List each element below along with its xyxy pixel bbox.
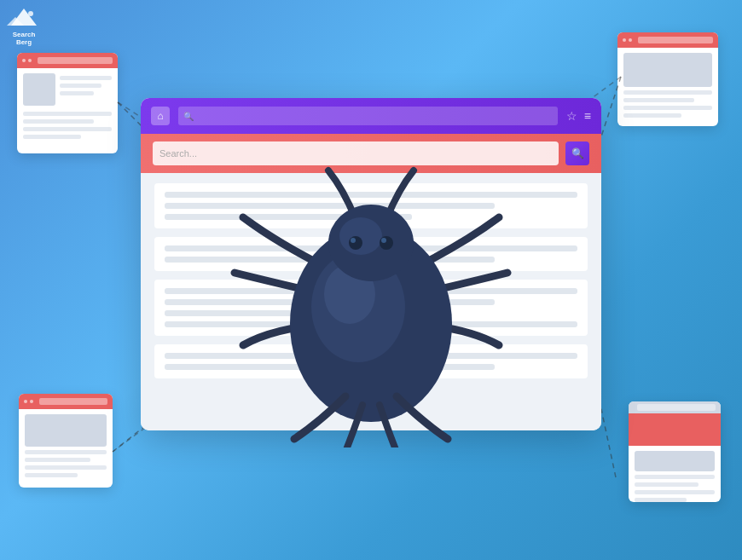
card-body <box>19 409 113 482</box>
card-url-bar <box>637 404 716 411</box>
search-input-field[interactable]: Search... <box>153 141 559 165</box>
content-block-4 <box>154 344 588 378</box>
content-block-2 <box>154 237 588 271</box>
card-dot <box>28 59 32 62</box>
content-line <box>165 353 577 359</box>
card-line <box>60 91 94 95</box>
content-line <box>165 214 412 220</box>
content-line <box>165 245 577 251</box>
card-line <box>623 113 681 118</box>
card-dot <box>24 400 27 403</box>
card-dot <box>623 38 626 42</box>
webpage-card-bottom-left <box>19 394 113 488</box>
card-red-block <box>629 413 721 446</box>
card-line <box>623 106 712 110</box>
card-line <box>25 465 107 470</box>
svg-line-6 <box>601 409 616 477</box>
card-body <box>629 446 721 502</box>
content-line <box>165 364 495 370</box>
svg-point-2 <box>28 11 33 16</box>
card-top-bar <box>19 394 113 409</box>
content-line <box>165 310 412 316</box>
content-block-1 <box>154 183 588 228</box>
card-image <box>23 73 55 106</box>
browser-right-icons: ☆ ≡ <box>566 109 591 123</box>
card-dot <box>22 59 26 62</box>
card-image <box>623 53 712 87</box>
card-line <box>23 135 81 139</box>
card-line <box>25 450 107 454</box>
content-line <box>165 299 495 305</box>
search-icon: 🔍 <box>183 112 194 121</box>
card-line <box>635 482 699 487</box>
card-line <box>60 84 101 88</box>
content-line <box>165 321 577 327</box>
card-line <box>623 98 694 102</box>
card-body <box>17 68 118 144</box>
card-top-bar <box>629 401 721 413</box>
browser-search-bar: Search... 🔍 <box>141 134 601 173</box>
webpage-card-top-left <box>17 53 118 153</box>
card-url-bar <box>38 57 113 64</box>
card-line <box>60 76 112 80</box>
browser-window: ⌂ 🔍 ☆ ≡ Search... 🔍 <box>141 98 601 430</box>
card-line <box>23 127 112 131</box>
card-url-bar <box>638 37 713 43</box>
card-dot <box>629 38 632 42</box>
card-line <box>635 498 687 502</box>
content-line <box>165 192 577 198</box>
browser-content-area <box>141 173 601 430</box>
card-line <box>635 490 715 494</box>
card-url-bar <box>39 398 107 405</box>
logo: SearchBerg <box>7 7 41 47</box>
card-image <box>25 414 107 447</box>
card-line <box>25 473 78 477</box>
card-line <box>23 119 94 124</box>
content-line <box>165 257 495 263</box>
card-dot <box>30 400 33 403</box>
card-line <box>23 112 112 116</box>
search-placeholder: Search... <box>159 148 197 159</box>
home-icon: ⌂ <box>151 107 170 125</box>
card-line <box>25 458 90 462</box>
webpage-card-bottom-right <box>629 401 721 502</box>
logo-mountain-icon <box>7 7 41 31</box>
search-go-button[interactable]: 🔍 <box>565 141 589 165</box>
card-image <box>635 451 715 471</box>
browser-url-bar: 🔍 <box>178 107 558 125</box>
webpage-card-top-right <box>617 32 718 126</box>
menu-icon: ≡ <box>584 109 591 123</box>
browser-nav-bar: ⌂ 🔍 ☆ ≡ <box>141 98 601 134</box>
content-line <box>165 288 577 294</box>
bookmark-icon: ☆ <box>566 109 577 123</box>
logo-text: SearchBerg <box>13 32 36 47</box>
card-body <box>617 48 718 123</box>
card-line <box>635 475 715 479</box>
content-line <box>165 203 495 209</box>
card-top-bar <box>617 32 718 48</box>
card-top-bar <box>17 53 118 68</box>
content-block-3 <box>154 280 588 336</box>
card-line <box>623 90 712 95</box>
